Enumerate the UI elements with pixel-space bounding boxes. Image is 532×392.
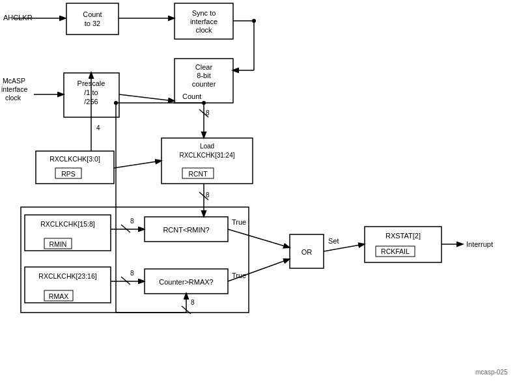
svg-text:interface: interface: [1, 85, 27, 93]
svg-text:RXCLKCHK[15:8]: RXCLKCHK[15:8]: [40, 220, 95, 228]
svg-line-29: [114, 161, 161, 168]
svg-text:8-bit: 8-bit: [197, 72, 210, 79]
svg-text:4: 4: [96, 124, 100, 132]
svg-text:interface: interface: [190, 18, 217, 25]
svg-text:/256: /256: [84, 98, 98, 105]
svg-line-36: [324, 244, 364, 251]
svg-text:Interrupt: Interrupt: [466, 240, 493, 248]
svg-text:Counter>RMAX?: Counter>RMAX?: [159, 278, 213, 286]
svg-point-42: [202, 101, 206, 105]
svg-text:McASP: McASP: [3, 77, 25, 85]
svg-text:RCNT<RMIN?: RCNT<RMIN?: [163, 226, 209, 234]
svg-text:RPS: RPS: [61, 170, 76, 178]
svg-line-34: [228, 229, 289, 247]
svg-text:RXSTAT[2]: RXSTAT[2]: [385, 232, 421, 240]
svg-text:AHCLKR: AHCLKR: [3, 14, 33, 21]
svg-text:mcasp-025: mcasp-025: [475, 369, 508, 376]
svg-text:Sync to: Sync to: [192, 9, 216, 17]
svg-text:8: 8: [191, 299, 195, 306]
svg-text:RCNT: RCNT: [188, 170, 208, 178]
svg-text:RCKFAIL: RCKFAIL: [381, 247, 410, 255]
svg-text:Count: Count: [83, 10, 102, 18]
svg-text:True: True: [232, 272, 246, 279]
svg-text:True: True: [232, 218, 246, 226]
svg-text:clock: clock: [5, 94, 21, 102]
svg-text:/1 to: /1 to: [84, 89, 98, 96]
svg-point-22: [252, 19, 256, 23]
diagram-svg: Count to 32 Sync to interface clock Pres…: [0, 0, 532, 392]
svg-text:8: 8: [130, 270, 134, 277]
svg-text:RXCLKCHK[3:0]: RXCLKCHK[3:0]: [49, 155, 100, 163]
svg-text:RXCLKCHK[23:16]: RXCLKCHK[23:16]: [38, 272, 96, 280]
svg-line-45: [121, 225, 130, 232]
svg-text:RMIN: RMIN: [49, 240, 67, 248]
svg-text:Set: Set: [328, 237, 339, 245]
svg-rect-0: [66, 3, 119, 35]
svg-text:8: 8: [206, 191, 210, 199]
svg-text:counter: counter: [192, 80, 216, 88]
svg-text:RMAX: RMAX: [49, 292, 68, 300]
svg-line-46: [121, 277, 130, 285]
svg-text:8: 8: [130, 217, 134, 225]
svg-text:to 32: to 32: [85, 20, 100, 27]
svg-line-24: [119, 94, 174, 101]
svg-text:Clear: Clear: [195, 63, 213, 71]
svg-text:clock: clock: [195, 26, 212, 34]
diagram: Count to 32 Sync to interface clock Pres…: [0, 0, 532, 392]
svg-text:Prescale: Prescale: [77, 79, 105, 87]
svg-text:Load: Load: [200, 143, 214, 150]
svg-text:Count: Count: [182, 92, 201, 100]
svg-text:8: 8: [206, 109, 210, 117]
svg-point-41: [114, 101, 118, 105]
svg-text:OR: OR: [301, 248, 313, 256]
svg-text:RXCLKCHK[31:24]: RXCLKCHK[31:24]: [179, 152, 234, 159]
